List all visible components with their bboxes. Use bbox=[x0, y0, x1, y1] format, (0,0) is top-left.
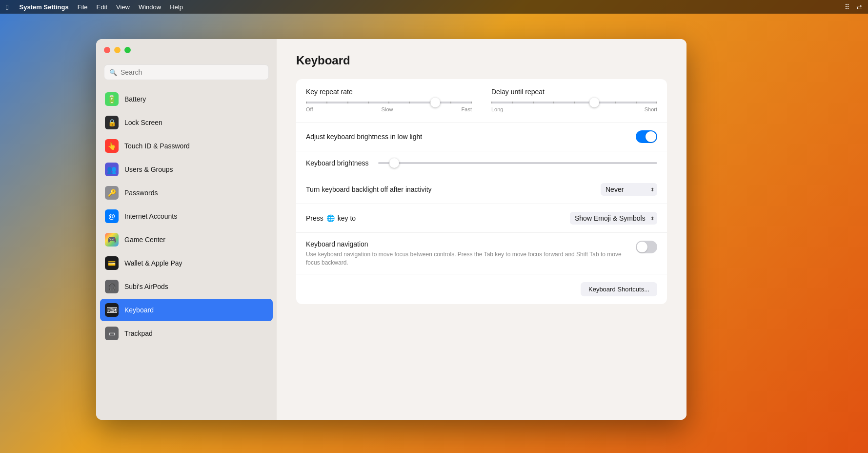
sidebar-item-passwords[interactable]: 🔑 Passwords bbox=[100, 182, 273, 204]
sidebar-item-battery[interactable]: 🔋 Battery bbox=[100, 88, 273, 110]
wallet-icon: 💳 bbox=[105, 256, 119, 270]
sidebar-item-trackpad[interactable]: ▭ Trackpad bbox=[100, 322, 273, 345]
press-key-row: Press 🌐 key to Show Emoji & Symbols Chan… bbox=[296, 204, 667, 233]
key-repeat-rate-label: Key repeat rate bbox=[306, 88, 472, 96]
internet-icon: @ bbox=[105, 209, 119, 223]
press-key-left: Press 🌐 key to bbox=[306, 214, 356, 222]
press-key-suffix: key to bbox=[338, 214, 356, 222]
touchid-icon: 👆 bbox=[105, 139, 119, 153]
menubar-edit[interactable]: Edit bbox=[97, 3, 107, 11]
sidebar-item-battery-label: Battery bbox=[124, 95, 146, 103]
battery-icon: 🔋 bbox=[105, 92, 119, 106]
sidebar-item-touchid[interactable]: 👆 Touch ID & Password bbox=[100, 135, 273, 157]
sidebar-item-internet-label: Internet Accounts bbox=[124, 212, 177, 220]
sliders-row: Key repeat rate bbox=[296, 79, 667, 123]
keyboard-nav-label: Keyboard navigation bbox=[306, 240, 368, 248]
keyboard-brightness-slider[interactable] bbox=[378, 162, 657, 164]
page-title: Keyboard bbox=[296, 54, 667, 67]
keyboard-nav-description: Use keyboard navigation to move focus be… bbox=[306, 250, 626, 267]
menubar-window[interactable]: Window bbox=[139, 3, 161, 11]
sidebar-item-gamecenter-label: Game Center bbox=[124, 236, 165, 244]
trackpad-icon: ▭ bbox=[105, 327, 119, 340]
sidebar-item-lockscreen[interactable]: 🔒 Lock Screen bbox=[100, 111, 273, 134]
slider-label-fast: Fast bbox=[462, 106, 472, 112]
minimize-button[interactable] bbox=[114, 47, 121, 53]
close-button[interactable] bbox=[104, 47, 110, 53]
key-repeat-rate-labels: Off Slow Fast bbox=[306, 106, 472, 112]
apple-menu-icon[interactable]:  bbox=[6, 3, 8, 11]
sidebar-item-users[interactable]: 👥 Users & Groups bbox=[100, 158, 273, 181]
lockscreen-icon: 🔒 bbox=[105, 116, 119, 129]
keyboard-icon: ⌨ bbox=[105, 303, 119, 317]
delay-until-repeat-labels: Long Short bbox=[491, 106, 657, 112]
keyboard-shortcuts-button[interactable]: Keyboard Shortcuts... bbox=[581, 282, 657, 296]
sidebar-item-users-label: Users & Groups bbox=[124, 165, 173, 173]
users-icon: 👥 bbox=[105, 163, 119, 176]
sliders-container: Key repeat rate bbox=[306, 88, 657, 112]
airpods-icon: 🎧 bbox=[105, 280, 119, 293]
adjust-brightness-toggle[interactable] bbox=[636, 130, 657, 143]
slider-label-off: Off bbox=[306, 106, 313, 112]
search-box[interactable]: 🔍 bbox=[104, 64, 269, 80]
maximize-button[interactable] bbox=[124, 47, 131, 53]
menubar-view[interactable]: View bbox=[116, 3, 130, 11]
search-icon: 🔍 bbox=[109, 69, 117, 76]
sidebar-item-keyboard[interactable]: ⌨ Keyboard bbox=[100, 299, 273, 321]
main-content: Keyboard Key repeat rate bbox=[277, 39, 686, 420]
delay-until-repeat-label: Delay until repeat bbox=[491, 88, 657, 96]
key-repeat-rate-thumb[interactable] bbox=[430, 98, 440, 107]
delay-until-repeat-slider-container bbox=[491, 102, 657, 103]
menubar-app-name[interactable]: System Settings bbox=[19, 3, 68, 11]
keyboard-brightness-thumb[interactable] bbox=[389, 158, 399, 168]
sidebar-item-airpods[interactable]: 🎧 Subi's AirPods bbox=[100, 275, 273, 298]
dots-icon[interactable]: ⠿ bbox=[845, 3, 849, 11]
menubar-right-icons: ⠿ ⇄ bbox=[845, 3, 862, 11]
backlight-select-wrapper: Never After 5 secs After 10 secs After 3… bbox=[601, 183, 657, 196]
sidebar-item-keyboard-label: Keyboard bbox=[124, 306, 154, 314]
key-repeat-rate-track bbox=[306, 102, 472, 103]
sidebar: 🔍 🔋 Battery 🔒 Lock Screen 👆 Touch ID & P… bbox=[96, 39, 277, 420]
sidebar-item-lockscreen-label: Lock Screen bbox=[124, 119, 162, 126]
backlight-row: Turn keyboard backlight off after inacti… bbox=[296, 175, 667, 204]
traffic-lights bbox=[104, 47, 131, 53]
keyboard-brightness-row: Keyboard brightness bbox=[296, 151, 667, 175]
press-key-select-wrapper: Show Emoji & Symbols Change Input Source… bbox=[570, 212, 657, 225]
adjust-brightness-thumb bbox=[646, 131, 656, 142]
delay-until-repeat-track bbox=[491, 102, 657, 103]
keyboard-nav-left: Keyboard navigation Use keyboard navigat… bbox=[306, 240, 626, 267]
passwords-icon: 🔑 bbox=[105, 186, 119, 200]
keyboard-brightness-label: Keyboard brightness bbox=[306, 159, 368, 167]
switch-icon[interactable]: ⇄ bbox=[856, 3, 862, 11]
sidebar-item-wallet-label: Wallet & Apple Pay bbox=[124, 259, 182, 267]
keyboard-shortcuts-row: Keyboard Shortcuts... bbox=[296, 274, 667, 304]
keyboard-nav-row: Keyboard navigation Use keyboard navigat… bbox=[296, 233, 667, 274]
sidebar-item-internet[interactable]: @ Internet Accounts bbox=[100, 205, 273, 227]
key-repeat-rate-slider-container bbox=[306, 102, 472, 103]
menubar:  System Settings File Edit View Window … bbox=[0, 0, 868, 14]
keyboard-nav-thumb bbox=[637, 242, 647, 252]
globe-icon: 🌐 bbox=[326, 214, 335, 222]
keyboard-nav-toggle[interactable] bbox=[636, 241, 657, 253]
backlight-select[interactable]: Never After 5 secs After 10 secs After 3… bbox=[601, 183, 657, 196]
key-repeat-rate-group: Key repeat rate bbox=[306, 88, 472, 112]
sidebar-item-wallet[interactable]: 💳 Wallet & Apple Pay bbox=[100, 252, 273, 274]
sidebar-list: 🔋 Battery 🔒 Lock Screen 👆 Touch ID & Pas… bbox=[96, 88, 277, 420]
backlight-label: Turn keyboard backlight off after inacti… bbox=[306, 185, 432, 193]
sidebar-item-gamecenter[interactable]: 🎮 Game Center bbox=[100, 228, 273, 251]
adjust-brightness-row: Adjust keyboard brightness in low light bbox=[296, 123, 667, 151]
slider-label-short: Short bbox=[645, 106, 657, 112]
menubar-file[interactable]: File bbox=[78, 3, 88, 11]
sidebar-item-airpods-label: Subi's AirPods bbox=[124, 283, 168, 290]
app-window: 🔍 🔋 Battery 🔒 Lock Screen 👆 Touch ID & P… bbox=[96, 39, 686, 420]
slider-label-slow: Slow bbox=[382, 106, 393, 112]
slider-label-long: Long bbox=[491, 106, 503, 112]
press-key-select[interactable]: Show Emoji & Symbols Change Input Source… bbox=[570, 212, 657, 225]
delay-until-repeat-group: Delay until repeat bbox=[491, 88, 657, 112]
sliders-card: Key repeat rate bbox=[296, 79, 667, 304]
menubar-help[interactable]: Help bbox=[170, 3, 183, 11]
adjust-brightness-label: Adjust keyboard brightness in low light bbox=[306, 133, 422, 141]
search-input[interactable] bbox=[121, 68, 263, 76]
gamecenter-icon: 🎮 bbox=[105, 233, 119, 247]
sidebar-item-touchid-label: Touch ID & Password bbox=[124, 142, 190, 150]
delay-until-repeat-thumb[interactable] bbox=[589, 98, 599, 107]
